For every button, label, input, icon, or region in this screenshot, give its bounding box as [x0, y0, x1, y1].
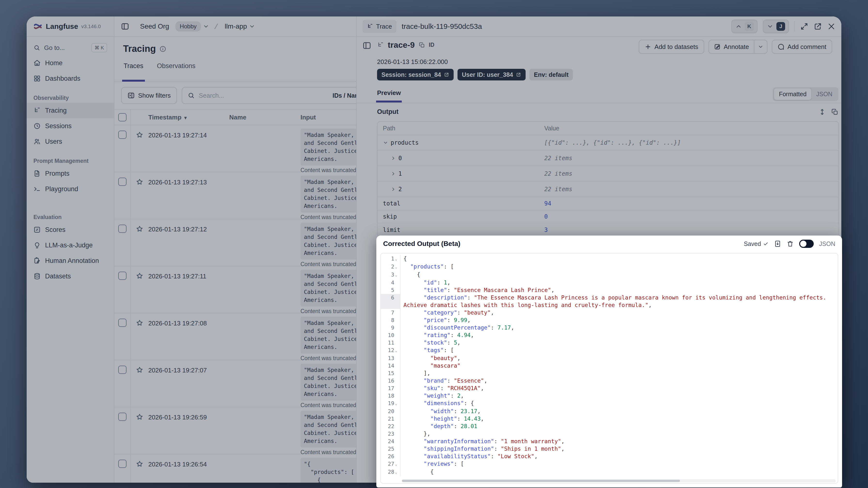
- line-number-gutter[interactable]: 1⌄: [381, 255, 401, 263]
- line-number-gutter: 11: [381, 339, 401, 346]
- line-number-gutter: 8: [381, 316, 401, 324]
- code-line[interactable]: 25 "shippingInformation": "Ships in 1 mo…: [381, 445, 838, 453]
- trash-icon[interactable]: [786, 240, 794, 247]
- code-line[interactable]: 26 "availabilityStatus": "Low Stock",: [381, 453, 838, 460]
- code-line[interactable]: 20 "width": 23.17,: [381, 407, 838, 415]
- line-number-gutter: 17: [381, 385, 401, 392]
- corrected-output-panel: Corrected Output (Beta) Saved JSON 1⌄{2⌄…: [376, 236, 842, 488]
- code-line[interactable]: 6 "description": "The Essence Mascara La…: [381, 294, 838, 309]
- line-number-gutter: 14: [381, 362, 401, 369]
- line-number-gutter: 21: [381, 415, 401, 423]
- line-number-gutter: 16: [381, 377, 401, 385]
- line-number-gutter: 9: [381, 324, 401, 332]
- horizontal-scrollbar[interactable]: [402, 479, 836, 482]
- code-line[interactable]: 23 },: [381, 430, 838, 437]
- code-line[interactable]: 19⌄ "dimensions": {: [381, 400, 838, 407]
- toggle-knob: [800, 241, 806, 247]
- code-line[interactable]: 24 "warrantyInformation": "1 month warra…: [381, 437, 838, 445]
- line-number-gutter: 18: [381, 392, 401, 400]
- code-line[interactable]: 10 "rating": 4.94,: [381, 332, 838, 339]
- line-number-gutter[interactable]: 3⌄: [381, 271, 401, 279]
- line-number-gutter: 20: [381, 407, 401, 415]
- line-number-gutter[interactable]: 27⌄: [381, 460, 401, 468]
- code-line[interactable]: 12⌄ "tags": [: [381, 346, 838, 355]
- line-number-gutter: 6: [381, 294, 401, 309]
- code-line[interactable]: 8 "price": 9.99,: [381, 316, 838, 324]
- code-line[interactable]: 11 "stock": 5,: [381, 339, 838, 346]
- code-line[interactable]: 27⌄ "reviews": [: [381, 460, 838, 468]
- code-line[interactable]: 3⌄ {: [381, 271, 838, 279]
- line-number-gutter: 7: [381, 309, 401, 316]
- corrected-output-title: Corrected Output (Beta): [383, 240, 460, 248]
- line-number-gutter[interactable]: 19⌄: [381, 400, 401, 407]
- save-file-icon[interactable]: [774, 240, 781, 247]
- code-line[interactable]: 14 "mascara": [381, 362, 838, 369]
- line-number-gutter: 10: [381, 332, 401, 339]
- line-number-gutter: 22: [381, 423, 401, 430]
- scrollbar-thumb[interactable]: [402, 480, 680, 482]
- line-number-gutter: 5: [381, 286, 401, 294]
- check-icon: [763, 241, 769, 247]
- line-number-gutter[interactable]: 28⌄: [381, 468, 401, 476]
- code-line[interactable]: 16 "brand": "Essence",: [381, 377, 838, 385]
- line-number-gutter: 4: [381, 279, 401, 286]
- code-line[interactable]: 5 "title": "Essence Mascara Lash Prince"…: [381, 286, 838, 294]
- code-line[interactable]: 18 "weight": 2,: [381, 392, 838, 400]
- code-line[interactable]: 9 "discountPercentage": 7.17,: [381, 324, 838, 332]
- code-line[interactable]: 7 "category": "beauty",: [381, 309, 838, 316]
- line-number-gutter: 24: [381, 437, 401, 445]
- code-line[interactable]: 4 "id": 1,: [381, 279, 838, 286]
- json-toggle-label: JSON: [819, 240, 835, 247]
- code-line[interactable]: 22 "depth": 28.01: [381, 423, 838, 430]
- line-number-gutter[interactable]: 2⌄: [381, 263, 401, 271]
- json-editor[interactable]: 1⌄{2⌄ "products": [3⌄ {4 "id": 1,5 "titl…: [380, 253, 838, 484]
- saved-label: Saved: [744, 240, 761, 247]
- json-view-toggle[interactable]: [799, 240, 814, 248]
- code-line[interactable]: 28⌄ {: [381, 468, 838, 476]
- code-line[interactable]: 17 "sku": "RCH45Q1A",: [381, 385, 838, 392]
- code-line[interactable]: 1⌄{: [381, 255, 838, 263]
- code-line[interactable]: 15 ],: [381, 369, 838, 377]
- line-number-gutter: 26: [381, 453, 401, 460]
- line-number-gutter: 23: [381, 430, 401, 437]
- line-number-gutter[interactable]: 12⌄: [381, 346, 401, 355]
- code-line[interactable]: 21 "height": 14.43,: [381, 415, 838, 423]
- line-number-gutter: 15: [381, 369, 401, 377]
- code-line[interactable]: 13 "beauty",: [381, 355, 838, 362]
- saved-status: Saved: [744, 240, 769, 247]
- line-number-gutter: 25: [381, 445, 401, 453]
- code-line[interactable]: 2⌄ "products": [: [381, 263, 838, 271]
- line-number-gutter: 13: [381, 355, 401, 362]
